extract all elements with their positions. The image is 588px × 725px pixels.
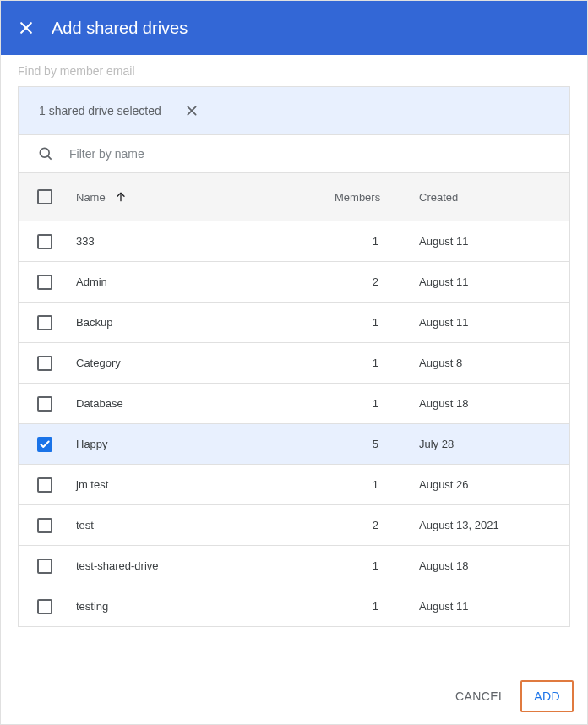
add-shared-drives-dialog: Add shared drives Find by member email 1… [0, 0, 588, 725]
row-created: August 18 [419, 559, 551, 572]
close-icon [185, 104, 199, 117]
column-header-name-label: Name [76, 191, 106, 204]
table-row[interactable]: Backup1August 11 [19, 302, 569, 342]
row-members: 2 [335, 275, 419, 288]
email-search-label[interactable]: Find by member email [1, 55, 587, 86]
row-checkbox[interactable] [37, 477, 52, 493]
table-row[interactable]: test-shared-drive1August 18 [19, 545, 569, 586]
clear-selection-button[interactable] [183, 102, 200, 119]
table-row[interactable]: Database1August 18 [19, 383, 569, 423]
table-row[interactable]: Admin2August 11 [19, 261, 569, 302]
row-name: Happy [76, 438, 335, 450]
search-icon [37, 145, 54, 162]
row-created: August 11 [419, 275, 551, 288]
filter-row [19, 134, 569, 173]
row-members: 1 [335, 316, 419, 329]
add-button[interactable]: ADD [520, 680, 574, 712]
row-created: August 11 [419, 235, 551, 248]
row-created: August 18 [419, 397, 551, 410]
row-checkbox[interactable] [37, 315, 52, 330]
table-header: Name Members Created [19, 173, 569, 221]
row-name: test [76, 519, 335, 531]
row-name: Backup [76, 316, 335, 329]
row-checkbox[interactable] [37, 234, 52, 249]
row-members: 1 [335, 397, 419, 410]
filter-input[interactable] [69, 147, 551, 161]
checkmark-icon [39, 439, 51, 450]
select-all-checkbox[interactable] [37, 189, 52, 204]
table-row[interactable]: Category1August 8 [19, 342, 569, 383]
row-created: August 11 [419, 316, 551, 329]
row-checkbox[interactable] [37, 396, 52, 412]
row-members: 1 [335, 600, 419, 613]
table-row[interactable]: jm test1August 26 [19, 464, 569, 504]
row-name: testing [76, 600, 335, 613]
row-checkbox[interactable] [37, 518, 52, 533]
row-created: August 11 [419, 600, 551, 613]
row-members: 1 [335, 478, 419, 491]
row-members: 1 [335, 559, 419, 572]
column-header-name[interactable]: Name [76, 190, 335, 204]
close-button[interactable] [16, 18, 36, 38]
drives-panel: 1 shared drive selected Name Members Cr [18, 86, 570, 627]
dialog-footer: CANCEL ADD [1, 668, 587, 724]
row-name: test-shared-drive [76, 559, 335, 572]
svg-line-5 [48, 156, 52, 160]
dialog-header: Add shared drives [1, 1, 587, 55]
table-row[interactable]: Happy5July 28 [19, 423, 569, 464]
row-created: July 28 [419, 438, 551, 450]
row-checkbox[interactable] [37, 559, 52, 574]
selection-count-text: 1 shared drive selected [39, 104, 161, 117]
table-row[interactable]: test2August 13, 2021 [19, 504, 569, 545]
row-created: August 8 [419, 357, 551, 369]
row-checkbox[interactable] [37, 275, 52, 290]
table-row[interactable]: 3331August 11 [19, 221, 569, 261]
arrow-up-icon [114, 190, 128, 204]
row-name: 333 [76, 235, 335, 248]
row-name: Database [76, 397, 335, 410]
row-checkbox[interactable] [37, 599, 52, 614]
row-created: August 13, 2021 [419, 519, 551, 531]
row-name: Category [76, 357, 335, 369]
column-header-members[interactable]: Members [335, 191, 419, 204]
column-header-created[interactable]: Created [419, 191, 551, 204]
row-checkbox[interactable] [37, 356, 52, 371]
row-members: 1 [335, 357, 419, 369]
row-members: 1 [335, 235, 419, 248]
close-icon [18, 19, 35, 36]
dialog-title: Add shared drives [52, 19, 188, 38]
row-checkbox[interactable] [37, 437, 52, 452]
row-members: 2 [335, 519, 419, 531]
row-members: 5 [335, 438, 419, 450]
svg-point-4 [40, 148, 49, 157]
table-row[interactable]: testing1August 11 [19, 586, 569, 626]
table-body: 3331August 11Admin2August 11Backup1Augus… [19, 221, 569, 626]
row-name: jm test [76, 478, 335, 491]
cancel-button[interactable]: CANCEL [444, 682, 517, 711]
row-created: August 26 [419, 478, 551, 491]
selection-bar: 1 shared drive selected [19, 87, 569, 134]
dialog-content: 1 shared drive selected Name Members Cr [1, 86, 587, 668]
row-name: Admin [76, 275, 335, 288]
